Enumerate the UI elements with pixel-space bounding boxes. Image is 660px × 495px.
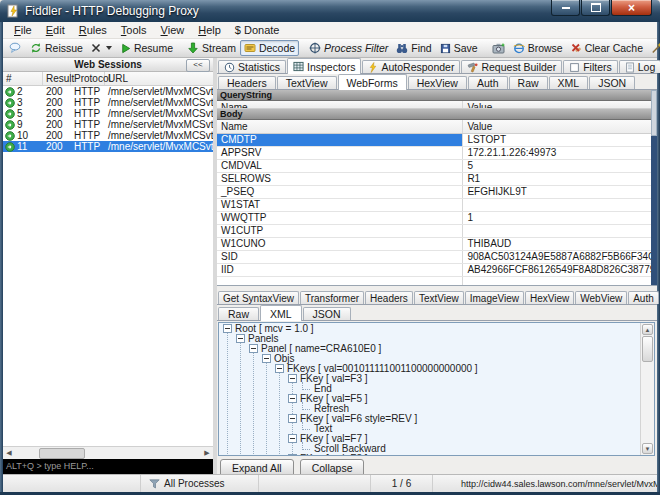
response-inspector-tab[interactable]: Headers	[365, 291, 413, 304]
scrollbar-thumb[interactable]	[39, 448, 85, 459]
tree-toggle-icon[interactable]	[288, 454, 297, 457]
response-inspector-tab[interactable]: Transformer	[300, 291, 364, 304]
tree-node[interactable]: Scroll Backward	[219, 443, 654, 453]
response-inspector-tab[interactable]: XML	[260, 305, 302, 321]
body-row[interactable]: WWQTTP 1	[217, 212, 657, 225]
tree-node[interactable]: FKeys [ val=001011111001100000000000 ]	[219, 363, 654, 373]
response-inspector-tab[interactable]: HexView	[525, 291, 574, 304]
menu-help[interactable]: Help	[191, 23, 228, 38]
menu-edit[interactable]: Edit	[39, 23, 72, 38]
tree-node[interactable]: FKey [ val=F8 ]	[219, 453, 654, 456]
body-row[interactable]: SELROWS R1	[217, 173, 657, 186]
response-inspector-tab[interactable]: ImageView	[465, 291, 524, 304]
tree-node[interactable]: Panel [ name=CRA610E0 ]	[219, 343, 654, 353]
body-row[interactable]: SID 908AC503124A9E5887A6882F5B66F34C	[217, 251, 657, 264]
tab-autoresponder[interactable]: AutoResponder	[362, 60, 460, 73]
quickexec-box[interactable]: ALT+Q > type HELP...	[3, 459, 213, 474]
tree-toggle-icon[interactable]	[275, 364, 284, 373]
browse-button[interactable]: Browse	[509, 40, 567, 56]
column-header-result[interactable]: Result	[43, 72, 71, 85]
scroll-right-arrow[interactable]: ▶	[202, 448, 212, 458]
sessions-horizontal-scrollbar[interactable]: ◀ ▶	[3, 446, 213, 459]
capture-filter-status[interactable]: All Processes	[141, 475, 259, 492]
tree-node[interactable]: Objs	[219, 353, 654, 363]
title-bar[interactable]: Fiddler - HTTP Debugging Proxy ×	[0, 0, 660, 23]
comment-button[interactable]	[5, 40, 26, 56]
body-row[interactable]: IID AB42966FCF86126549F8A8D826C38779	[217, 264, 657, 277]
response-inspector-tab[interactable]: WebView	[575, 291, 627, 304]
request-inspector-tab[interactable]: XML	[549, 76, 589, 89]
tab-request-builder[interactable]: Request Builder	[461, 60, 562, 73]
tree-node[interactable]: FKey [ val=F3 ]	[219, 373, 654, 383]
clear-cache-button[interactable]: Clear Cache	[567, 40, 647, 56]
collapse-panel-button[interactable]: <<	[186, 59, 210, 72]
tree-toggle-icon[interactable]	[288, 414, 297, 423]
body-row[interactable]: CMDTP LSTOPT	[217, 134, 657, 147]
tree-node[interactable]: Panels	[219, 333, 654, 343]
maximize-button[interactable]	[581, 0, 610, 16]
menu-rules[interactable]: Rules	[72, 23, 114, 38]
body-name-header[interactable]: Name	[217, 120, 463, 133]
body-row[interactable]: _PSEQ EFGHIJKL9T	[217, 186, 657, 199]
session-row[interactable]: 5 200 HTTP /mne/servlet/MvxMCSvt	[3, 108, 213, 119]
body-row[interactable]	[217, 277, 657, 286]
screenshot-button[interactable]	[488, 41, 509, 56]
body-row[interactable]: W1CUNO THIBAUD	[217, 238, 657, 251]
session-row[interactable]: 2 200 HTTP /mne/servlet/MvxMCSvt	[3, 86, 213, 97]
response-inspector-tab[interactable]: Raw	[218, 307, 259, 320]
tree-node[interactable]: Text	[219, 423, 654, 433]
body-value-header[interactable]: Value	[463, 120, 657, 133]
tree-node[interactable]: Root [ mcv = 1.0 ]	[219, 323, 654, 333]
tree-node[interactable]: End	[219, 383, 654, 393]
session-row[interactable]: 3 200 HTTP /mne/servlet/MvxMCSvt	[3, 97, 213, 108]
column-header-id[interactable]: #	[3, 72, 43, 85]
textwizard-button[interactable]: TextWizard	[647, 40, 660, 56]
body-row[interactable]: APPSRV 172.21.1.226:49973	[217, 147, 657, 160]
close-button[interactable]: ×	[611, 0, 652, 16]
body-row[interactable]: CMDVAL 5	[217, 160, 657, 173]
request-inspector-tab[interactable]: WebForms	[338, 74, 407, 90]
column-header-url[interactable]: URL	[105, 72, 213, 85]
minimize-button[interactable]	[551, 0, 580, 16]
tree-toggle-icon[interactable]	[288, 434, 297, 443]
response-inspector-tab[interactable]: Get SyntaxView	[218, 291, 299, 304]
response-inspector-tab[interactable]: Auth	[628, 291, 659, 304]
stream-button[interactable]: Stream	[183, 40, 240, 56]
menu-donate[interactable]: $ Donate	[228, 23, 287, 38]
tree-node[interactable]: FKey [ val=F7 ]	[219, 433, 654, 443]
column-header-protocol[interactable]: Protocol	[71, 72, 105, 85]
menu-view[interactable]: View	[154, 23, 192, 38]
request-inspector-tab[interactable]: Headers	[218, 76, 276, 89]
querystring-name-header[interactable]: Name	[217, 101, 463, 109]
scroll-left-arrow[interactable]: ◀	[4, 448, 14, 458]
reissue-button[interactable]: Reissue	[26, 40, 87, 56]
request-inspector-tab[interactable]: TextView	[277, 76, 337, 89]
tree-toggle-icon[interactable]	[223, 324, 232, 333]
querystring-value-header[interactable]: Value	[463, 101, 657, 109]
request-inspector-tab[interactable]: Raw	[509, 76, 548, 89]
process-filter-button[interactable]: Process Filter	[305, 40, 392, 56]
menu-file[interactable]: File	[7, 23, 39, 38]
tree-toggle-icon[interactable]	[262, 354, 271, 363]
tree-node[interactable]: Refresh	[219, 403, 654, 413]
response-inspector-tab[interactable]: JSON	[303, 307, 351, 320]
tree-toggle-icon[interactable]	[302, 442, 310, 450]
tree-node[interactable]: FKey [ val=F5 ]	[219, 393, 654, 403]
tree-toggle-icon[interactable]	[302, 422, 310, 430]
tab-log[interactable]: Log	[619, 60, 660, 73]
tree-toggle-icon[interactable]	[302, 402, 310, 410]
request-inspector-tab[interactable]: HexView	[408, 76, 467, 89]
resume-button[interactable]: Resume	[116, 40, 177, 56]
body-row[interactable]: W1STAT	[217, 199, 657, 212]
response-inspector-tab[interactable]: TextView	[414, 291, 464, 304]
session-row[interactable]: 11 200 HTTP /mne/servlet/MvxMCSvt	[3, 141, 213, 152]
tab-inspectors[interactable]: Inspectors	[287, 58, 361, 74]
request-inspector-tab[interactable]: JSON	[589, 76, 635, 89]
tree-toggle-icon[interactable]	[288, 394, 297, 403]
scrollbar-thumb[interactable]	[651, 90, 657, 136]
webforms-vertical-scrollbar[interactable]	[651, 90, 657, 285]
decode-button[interactable]: Decode	[240, 40, 299, 56]
tab-statistics[interactable]: Statistics	[218, 60, 286, 73]
save-button[interactable]: Save	[436, 40, 482, 56]
find-button[interactable]: Find	[392, 40, 435, 56]
